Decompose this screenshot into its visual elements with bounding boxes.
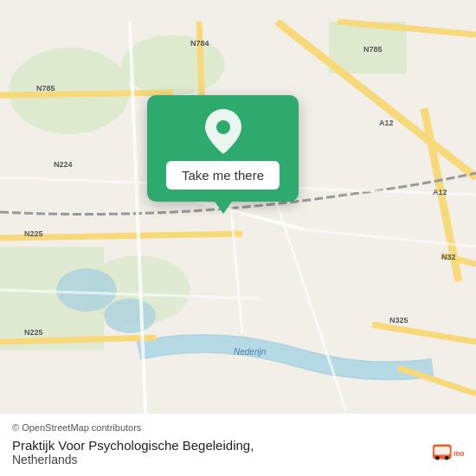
bottom-bar: © OpenStreetMap contributors Praktijk Vo…: [0, 413, 476, 476]
svg-text:A12: A12: [433, 188, 447, 196]
svg-text:N785: N785: [363, 45, 383, 54]
svg-point-6: [56, 268, 117, 312]
svg-text:N225: N225: [24, 229, 43, 238]
svg-point-19: [216, 120, 230, 134]
popup-card: Take me there: [147, 95, 299, 202]
svg-text:N785: N785: [36, 84, 55, 93]
svg-rect-21: [434, 447, 450, 455]
place-country: Netherlands: [12, 453, 254, 466]
svg-point-2: [121, 35, 225, 95]
svg-text:N224: N224: [54, 160, 73, 169]
svg-text:A12: A12: [379, 119, 394, 127]
moovit-logo: moovit: [433, 436, 464, 467]
svg-text:N225: N225: [24, 328, 43, 337]
map-container: N785 N784 N785 A12 A12 N224 N225 N225 N3…: [0, 0, 476, 476]
location-icon: [203, 111, 244, 152]
svg-point-7: [104, 299, 156, 333]
svg-text:moovit: moovit: [453, 449, 464, 458]
svg-text:N325: N325: [389, 316, 408, 325]
svg-text:N784: N784: [190, 39, 209, 48]
take-me-there-button[interactable]: Take me there: [166, 161, 280, 190]
map-background: N785 N784 N785 A12 A12 N224 N225 N225 N3…: [0, 0, 476, 476]
svg-text:Nederijn: Nederijn: [234, 347, 267, 357]
svg-text:N32: N32: [441, 253, 456, 261]
svg-point-23: [445, 456, 449, 460]
bottom-row: Praktijk Voor Psychologische Begeleiding…: [12, 436, 464, 467]
osm-credit: © OpenStreetMap contributors: [12, 422, 464, 433]
place-name: Praktijk Voor Psychologische Begeleiding…: [12, 438, 254, 453]
svg-point-22: [435, 456, 440, 460]
